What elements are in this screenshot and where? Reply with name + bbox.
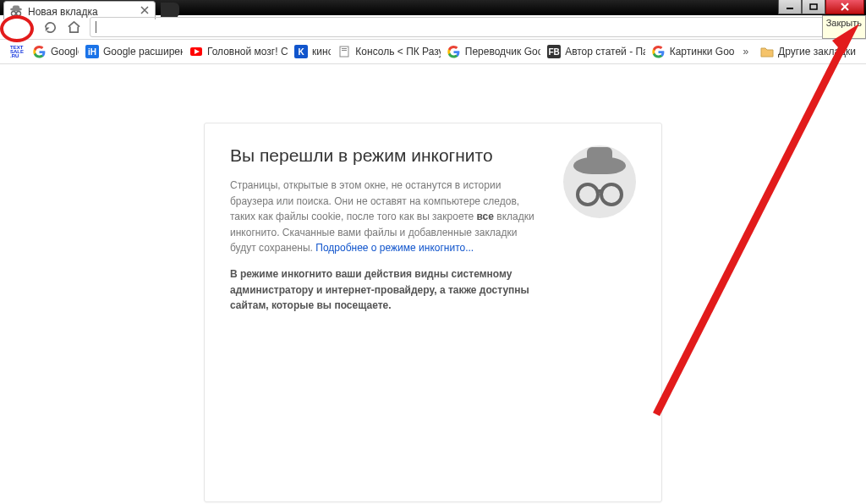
bookmark-item[interactable]: Переводчик Google	[442, 42, 540, 61]
svg-rect-8	[340, 47, 348, 57]
svg-rect-3	[13, 6, 19, 10]
toolbar: Закрыть	[0, 15, 866, 40]
svg-rect-6	[15, 13, 17, 14]
bookmark-item[interactable]: Головной мозг! Сут...	[184, 42, 288, 61]
bookmark-item[interactable]: TEXTSALE.RU	[5, 42, 26, 61]
other-bookmarks-button[interactable]: Другие закладки	[755, 42, 861, 61]
url-input[interactable]	[98, 20, 855, 35]
bookmark-item[interactable]: Google	[28, 42, 79, 61]
window-close-button[interactable]	[825, 0, 864, 14]
bookmark-item[interactable]: Kкино	[289, 42, 331, 61]
bookmark-label: Автор статей - Пав...	[565, 46, 645, 58]
address-bar[interactable]	[90, 17, 861, 37]
bookmark-label: кино	[312, 46, 331, 58]
bookmark-label: Google	[51, 46, 79, 58]
tab-close-button[interactable]	[140, 5, 150, 15]
bookmark-label: Головной мозг! Сут...	[207, 46, 288, 58]
bookmark-favicon: K	[294, 45, 308, 58]
learn-more-link[interactable]: Подробнее о режиме инкогнито...	[315, 242, 474, 254]
svg-rect-9	[342, 48, 347, 49]
home-button[interactable]	[66, 19, 81, 35]
folder-icon	[760, 45, 774, 58]
bookmark-favicon	[189, 45, 203, 58]
incognito-warning: В режиме инкогнито ваши действия видны с…	[230, 266, 540, 314]
bookmark-label: Консоль < ПК Разум...	[355, 46, 440, 58]
page-content: Вы перешли в режим инкогнито Страницы, о…	[2, 68, 864, 502]
bookmark-label: Картинки Google	[670, 46, 735, 58]
bookmark-favicon	[33, 45, 47, 58]
incognito-description: Страницы, открытые в этом окне, не остан…	[230, 178, 540, 256]
minimize-button[interactable]	[778, 0, 802, 14]
bookmark-item[interactable]: FBАвтор статей - Пав...	[542, 42, 645, 61]
bookmark-favicon: TEXTSALE.RU	[10, 45, 24, 58]
incognito-panel: Вы перешли в режим инкогнито Страницы, о…	[204, 123, 662, 502]
bookmark-favicon	[337, 45, 351, 58]
maximize-button[interactable]	[802, 0, 825, 14]
svg-rect-1	[810, 4, 817, 9]
other-bookmarks-label: Другие закладки	[778, 46, 856, 58]
bookmark-favicon	[652, 45, 666, 58]
bookmark-label: Google расширенн...	[103, 46, 183, 58]
svg-rect-0	[787, 8, 793, 9]
annotation-circle	[0, 15, 34, 42]
bookmark-item[interactable]: Консоль < ПК Разум...	[332, 42, 440, 61]
reload-button[interactable]	[42, 19, 58, 35]
close-tooltip: Закрыть	[822, 15, 866, 39]
bookmark-favicon	[447, 45, 461, 58]
bookmark-favicon: FB	[547, 45, 561, 58]
incognito-illustration	[563, 145, 636, 218]
svg-rect-10	[342, 50, 347, 51]
bookmark-item[interactable]: Картинки Google	[647, 42, 735, 61]
bookmark-item[interactable]: iHGoogle расширенн...	[80, 42, 183, 61]
page-title: Вы перешли в режим инкогнито	[230, 145, 540, 166]
bookmarks-overflow-button[interactable]: »	[737, 43, 754, 60]
bookmark-favicon: iH	[85, 45, 99, 58]
bookmark-label: Переводчик Google	[465, 46, 540, 58]
bookmarks-bar: TEXTSALE.RUGoogleiHGoogle расширенн...Го…	[0, 40, 866, 64]
